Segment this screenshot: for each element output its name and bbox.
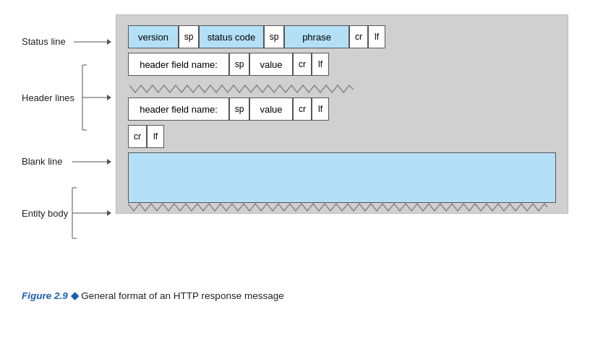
entity-body-label: Entity body xyxy=(22,208,69,219)
zigzag-line-1 xyxy=(129,85,354,92)
header-lines-arrow xyxy=(107,95,111,100)
diagram-box: version sp status code sp phrase cr lf h… xyxy=(116,14,568,214)
entity-body-box xyxy=(128,152,556,203)
header-value-cell-2: value xyxy=(249,98,293,121)
header-row-2: header field name: sp value cr lf xyxy=(128,98,556,121)
entity-zigzag-line xyxy=(128,204,547,211)
header-cr-cell-2: cr xyxy=(293,98,312,121)
main-diagram: Status line Header lines Blank line Enti… xyxy=(22,14,568,262)
blank-cr-cell: cr xyxy=(128,125,147,148)
zigzag-svg-1 xyxy=(129,81,354,97)
blank-line-arrow xyxy=(107,159,111,165)
entity-body-arrow xyxy=(107,210,111,216)
header-lf-cell-2: lf xyxy=(312,98,329,121)
header-lines-group: header field name: sp value cr lf header… xyxy=(128,53,556,121)
phrase-cell: phrase xyxy=(284,25,349,48)
status-code-cell: status code xyxy=(199,25,264,48)
header-sp-cell-1: sp xyxy=(229,53,249,76)
labels-column: Status line Header lines Blank line Enti… xyxy=(22,14,116,262)
figure-diamond: ◆ xyxy=(68,290,79,301)
figure-caption: Figure 2.9 ◆ General format of an HTTP r… xyxy=(22,290,284,301)
status-line-arrow xyxy=(107,39,111,45)
blank-lf-cell: lf xyxy=(147,125,164,148)
blank-line-label: Blank line xyxy=(22,156,62,167)
status-line-label: Status line xyxy=(22,36,66,47)
blank-line-row: cr lf xyxy=(128,125,556,148)
status-line-row: version sp status code sp phrase cr lf xyxy=(128,25,556,48)
figure-text: General format of an HTTP response messa… xyxy=(79,290,284,301)
header-name-cell-1: header field name: xyxy=(128,53,229,76)
header-lf-cell-1: lf xyxy=(312,53,329,76)
header-cr-cell-1: cr xyxy=(293,53,312,76)
labels-svg: Status line Header lines Blank line Enti… xyxy=(22,14,116,260)
sp1-cell: sp xyxy=(179,25,199,48)
header-sp-cell-2: sp xyxy=(229,98,249,121)
cr1-cell: cr xyxy=(349,25,368,48)
version-cell: version xyxy=(128,25,179,48)
figure-label: Figure 2.9 xyxy=(22,290,68,301)
header-lines-label: Header lines xyxy=(22,92,74,103)
lf1-cell: lf xyxy=(368,25,385,48)
entity-body-container xyxy=(128,152,556,203)
entity-body-zigzag-svg xyxy=(128,201,556,212)
header-value-cell-1: value xyxy=(249,53,293,76)
header-row-1: header field name: sp value cr lf xyxy=(128,53,556,76)
zigzag-separator-1 xyxy=(128,80,556,98)
entity-body-zigzag xyxy=(128,201,556,214)
sp2-cell: sp xyxy=(264,25,284,48)
header-name-cell-2: header field name: xyxy=(128,98,229,121)
